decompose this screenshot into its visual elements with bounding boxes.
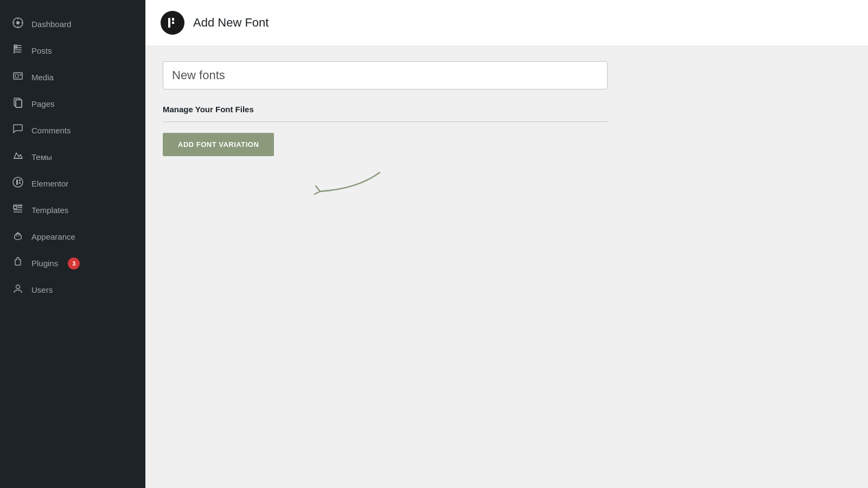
svg-rect-7	[15, 74, 18, 78]
sidebar-item-temy[interactable]: Темы	[0, 144, 145, 170]
sidebar-item-label-dashboard: Dashboard	[31, 20, 71, 29]
svg-point-8	[20, 74, 22, 76]
add-font-variation-button[interactable]: ADD FONT VARIATION	[163, 133, 274, 156]
svg-point-22	[16, 285, 20, 289]
sidebar-item-elementor[interactable]: Elementor	[0, 170, 145, 197]
media-icon	[12, 70, 24, 84]
sidebar-item-label-media: Media	[31, 73, 54, 82]
sidebar-item-plugins[interactable]: Plugins 3	[0, 250, 145, 277]
font-name-input[interactable]	[163, 61, 608, 89]
sidebar: Dashboard Posts Media P	[0, 0, 145, 488]
sidebar-item-pages[interactable]: Pages	[0, 91, 145, 117]
pages-icon	[12, 97, 24, 111]
sidebar-item-users[interactable]: Users	[0, 277, 145, 303]
arrow-annotation	[304, 162, 851, 207]
main-content: Add New Font Manage Your Font Files ADD …	[145, 0, 868, 488]
svg-rect-25	[172, 22, 174, 24]
sidebar-item-label-appearance: Appearance	[31, 232, 75, 241]
sidebar-item-dashboard[interactable]: Dashboard	[0, 11, 145, 37]
page-title: Add New Font	[193, 16, 269, 30]
sidebar-item-posts[interactable]: Posts	[0, 37, 145, 64]
appearance-icon	[12, 230, 24, 243]
svg-rect-14	[16, 179, 18, 185]
sidebar-item-label-comments: Comments	[31, 126, 71, 135]
section-heading: Manage Your Font Files	[163, 105, 608, 122]
elementor-logo	[161, 11, 184, 35]
sidebar-item-comments[interactable]: Comments	[0, 117, 145, 144]
content-area: Manage Your Font Files ADD FONT VARIATIO…	[145, 46, 868, 488]
temy-icon	[12, 150, 24, 164]
sidebar-item-label-pages: Pages	[31, 99, 55, 108]
svg-rect-6	[14, 73, 22, 79]
plugins-icon	[12, 256, 24, 270]
svg-rect-10	[16, 100, 22, 107]
sidebar-item-label-posts: Posts	[31, 46, 52, 55]
sidebar-item-templates[interactable]: Templates	[0, 197, 145, 223]
svg-rect-15	[19, 179, 21, 181]
sidebar-item-label-users: Users	[31, 285, 53, 294]
users-icon	[12, 283, 24, 297]
svg-rect-24	[172, 18, 174, 21]
sidebar-item-label-plugins: Plugins	[31, 259, 58, 268]
page-header: Add New Font	[145, 0, 868, 46]
sidebar-item-label-elementor: Elementor	[31, 179, 68, 188]
elementor-icon	[12, 177, 24, 190]
svg-rect-16	[19, 182, 21, 184]
sidebar-item-media[interactable]: Media	[0, 64, 145, 91]
svg-rect-23	[168, 18, 170, 28]
templates-icon	[12, 203, 24, 217]
dashboard-icon	[12, 17, 24, 31]
sidebar-item-label-templates: Templates	[31, 206, 68, 215]
sidebar-item-label-temy: Темы	[31, 152, 52, 162]
plugins-badge: 3	[68, 258, 80, 269]
comments-icon	[12, 124, 24, 137]
posts-icon	[12, 44, 24, 57]
svg-point-1	[16, 21, 20, 24]
sidebar-item-appearance[interactable]: Appearance	[0, 223, 145, 250]
